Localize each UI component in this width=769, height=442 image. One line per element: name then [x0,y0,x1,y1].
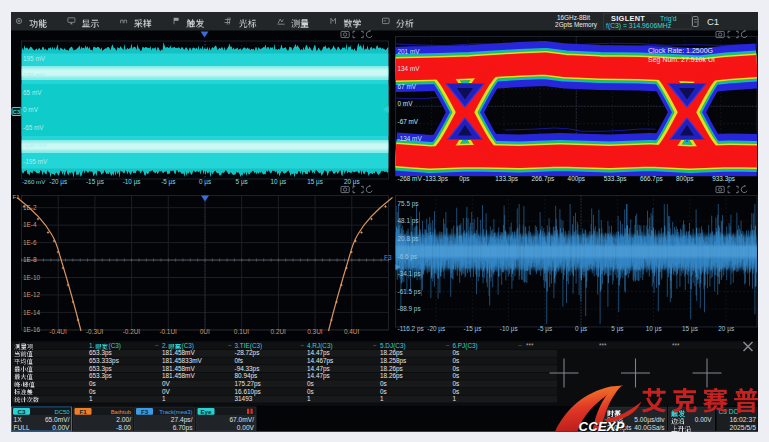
svg-text:DC50: DC50 [54,409,70,415]
svg-text:Clock Rate: 1.2500G: Clock Rate: 1.2500G [648,47,713,54]
svg-text:181.45833mV: 181.45833mV [162,357,203,364]
svg-text:-0.3UI: -0.3UI [86,328,104,335]
svg-text:0 mV: 0 mV [23,106,39,113]
svg-text:Track(mea3): Track(mea3) [159,409,192,415]
svg-text:0s: 0s [453,372,460,379]
svg-text:0.1UI: 0.1UI [234,328,249,335]
svg-text:0s: 0s [307,380,314,387]
svg-text:-0.2UI: -0.2UI [123,328,141,335]
svg-text:2.00/: 2.00/ [116,416,131,423]
svg-text:1: 1 [307,395,311,402]
svg-text:-15 µs: -15 µs [86,178,104,186]
svg-text:20 µs: 20 µs [718,325,734,333]
svg-text:0s: 0s [89,380,96,387]
svg-text:-0.1UI: -0.1UI [159,328,177,335]
svg-text:1: 1 [380,395,384,402]
svg-text:0s: 0s [453,365,460,372]
svg-text:0s: 0s [307,388,314,395]
svg-text:1X: 1X [14,416,23,423]
svg-text:0.3UI: 0.3UI [307,328,322,335]
svg-text:-61.5 ps: -61.5 ps [398,288,421,296]
svg-text:1E-12: 1E-12 [23,291,40,298]
svg-text:0 µs: 0 µs [199,178,211,186]
svg-text:***: *** [526,342,534,349]
svg-text:Eye: Eye [200,408,212,415]
svg-text:181.458mV: 181.458mV [162,365,195,372]
svg-text:1.: 1. [89,342,95,349]
svg-text:0V: 0V [162,388,171,395]
svg-text:0.00V: 0.00V [695,416,712,423]
svg-text:-67 mV: -67 mV [398,118,419,125]
svg-text:6.70ps: 6.70ps [173,424,194,432]
svg-text:1E-10: 1E-10 [23,274,40,281]
svg-text:0ps: 0ps [459,175,469,183]
svg-text:***: *** [672,342,680,349]
svg-text:181.458mV: 181.458mV [162,349,195,356]
svg-text:-260 mV: -260 mV [22,178,46,185]
svg-text:67.0mV/: 67.0mV/ [229,416,254,423]
svg-text:F1: F1 [79,408,87,415]
svg-text:2025/5/5: 2025/5/5 [730,424,757,431]
svg-text:1: 1 [162,395,166,402]
svg-text:1E-14: 1E-14 [23,309,40,316]
svg-text:-8.00: -8.00 [116,424,131,431]
svg-text:0s: 0s [453,380,460,387]
svg-text:1E-2: 1E-2 [23,204,37,211]
svg-text:1E-6: 1E-6 [23,239,37,246]
svg-text:-134 mV: -134 mV [398,135,423,142]
svg-text:0s: 0s [380,380,387,387]
svg-text:65 mV: 65 mV [23,89,42,96]
svg-text:-133.3ps: -133.3ps [423,175,448,183]
svg-text:-268 mV: -268 mV [398,175,423,182]
svg-text:C1: C1 [707,16,719,27]
svg-text:16GHz-8Bit: 16GHz-8Bit [557,14,590,21]
svg-text:5 µs: 5 µs [611,325,623,333]
svg-text:800ps: 800ps [676,175,693,183]
svg-text:1: 1 [89,395,93,402]
svg-text:0s: 0s [453,388,460,395]
svg-text:0s: 0s [89,388,96,395]
svg-text:266.7ps: 266.7ps [531,175,554,183]
svg-text:Bathtub: Bathtub [111,409,132,415]
svg-text:0 mV: 0 mV [398,100,414,107]
svg-text:-15 µs: -15 µs [464,325,482,333]
svg-text:-6.6 ps: -6.6 ps [398,253,418,261]
svg-text:C3: C3 [13,109,21,115]
svg-text:181.458mV: 181.458mV [162,372,195,379]
svg-text:0fs: 0fs [235,357,244,364]
svg-text:-10 µs: -10 µs [500,325,518,333]
svg-text:133.3ps: 133.3ps [495,175,518,183]
svg-text:48.1 ps: 48.1 ps [398,217,419,225]
svg-text:-88.9 ps: -88.9 ps [398,305,421,313]
svg-text:C3: C3 [18,408,26,415]
svg-text:0.00V: 0.00V [237,424,255,431]
svg-text:65.0mV/: 65.0mV/ [45,416,70,423]
svg-text:666.7ps: 666.7ps [640,175,663,183]
svg-text:0.00V: 0.00V [52,424,70,431]
svg-text:67 mV: 67 mV [398,83,417,90]
svg-text:f(C3) = 314.9606MHz: f(C3) = 314.9606MHz [606,22,672,30]
svg-text:20.8 ps: 20.8 ps [398,235,419,243]
svg-text:0.4UI: 0.4UI [344,328,359,335]
svg-text:-20 µs: -20 µs [427,325,445,333]
svg-text:Seg Num: 27.510k UI: Seg Num: 27.510k UI [648,56,715,64]
svg-text:2Gpts Memory: 2Gpts Memory [555,21,598,29]
svg-text:134 mV: 134 mV [398,65,421,72]
svg-text:-130 mV: -130 mV [23,141,48,148]
svg-text:-116.2 ps: -116.2 ps [398,325,424,333]
svg-text:16:02:37: 16:02:37 [730,416,757,423]
svg-text:27.4ps/: 27.4ps/ [171,416,193,424]
svg-text:31493: 31493 [235,395,253,402]
svg-text:0V: 0V [162,380,171,387]
svg-text:0.2UI: 0.2UI [271,328,286,335]
svg-text:F3: F3 [384,254,392,261]
svg-text:0UI: 0UI [200,328,210,335]
svg-text:195 mV: 195 mV [23,55,46,62]
svg-text:-20 µs: -20 µs [49,178,67,186]
svg-text:15 µs: 15 µs [307,178,323,186]
svg-text:-5 µs: -5 µs [161,178,175,186]
svg-text:F3: F3 [141,408,149,415]
svg-text:-195 mV: -195 mV [23,158,48,165]
svg-text:-10 µs: -10 µs [123,178,141,186]
svg-text:-34.1 ps: -34.1 ps [398,270,421,278]
